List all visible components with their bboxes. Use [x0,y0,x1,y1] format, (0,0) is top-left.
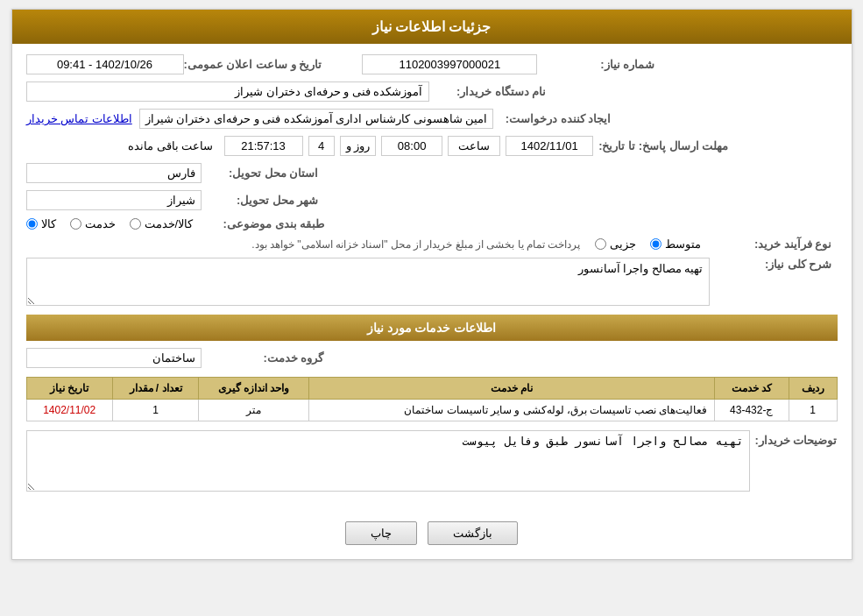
creator-row: ایجاد کننده درخواست: امین شاهسونی کارشنا… [26,109,838,129]
page-title: جزئیات اطلاعات نیاز [12,10,852,44]
deadline-remaining-label: ساعت باقی مانده [26,137,219,155]
purchase-type-row: نوع فرآیند خرید: متوسط جزیی پرداخت تمام … [26,237,838,251]
deadline-row: مهلت ارسال پاسخ: تا تاریخ: 1402/11/01 سا… [26,136,838,156]
deadline-days-label: روز و [340,136,377,156]
buyer-org-row: نام دستگاه خریدار: آموزشکده فنی و حرفه‌ا… [26,81,838,102]
col-date: تاریخ نیاز [26,378,112,400]
content-area: شماره نیاز: 1102003997000021 تاریخ و ساع… [12,44,852,509]
creator-label: ایجاد کننده درخواست: [493,112,616,125]
buyer-notes-row: توضیحات خریدار: [26,430,838,492]
purchase-type-label: نوع فرآیند خرید: [715,237,838,251]
need-number-row: شماره نیاز: 1102003997000021 تاریخ و ساع… [26,54,838,74]
col-row-num: ردیف [789,378,837,400]
col-code: کد خدمت [714,378,789,400]
purchase-type-jozi[interactable]: جزیی [595,237,636,251]
purchase-type-motavasset-label: متوسط [665,237,701,251]
service-section-header: اطلاعات خدمات مورد نیاز [26,315,838,341]
purchase-type-motavasset-radio[interactable] [650,238,661,250]
category-khidmat-label: خدمت [85,217,116,230]
cell-name: فعالیت‌های نصب تاسیسات برق، لوله‌کشی و س… [309,400,715,421]
province-row: استان محل تحویل: فارس [26,163,838,183]
service-group-value: ساختمان [26,348,202,368]
purchase-type-jozi-radio[interactable] [595,238,606,250]
cell-qty: 1 [112,400,198,421]
purchase-type-jozi-label: جزیی [610,237,636,251]
col-unit: واحد اندازه گیری [199,378,309,400]
services-table: ردیف کد خدمت نام خدمت واحد اندازه گیری ت… [26,377,838,421]
buyer-org-value: آموزشکده فنی و حرفه‌ای دختران شیراز [26,81,429,102]
province-label: استان محل تحویل: [202,166,324,180]
services-table-section: ردیف کد خدمت نام خدمت واحد اندازه گیری ت… [26,377,838,421]
buyer-notes-textarea[interactable] [26,430,750,492]
need-number-value: 1102003997000021 [362,54,537,74]
category-row: طبقه بندی موضوعی: کالا/خدمت خدمت کالا [26,217,838,230]
category-khidmat[interactable]: خدمت [70,217,116,230]
table-row: 1 ج-432-43 فعالیت‌های نصب تاسیسات برق، ل… [26,400,837,421]
deadline-time: 08:00 [381,136,442,156]
category-kala[interactable]: کالا [26,217,56,230]
sharh-textarea[interactable] [26,258,710,306]
deadline-date: 1402/11/01 [506,136,593,156]
print-button[interactable]: چاپ [345,521,417,545]
footer-buttons: بازگشت چاپ [12,509,852,559]
province-value: فارس [26,163,202,183]
service-group-row: گروه خدمت: ساختمان [26,348,838,368]
sharh-label: شرح کلی نیاز: [715,258,838,271]
service-group-label: گروه خدمت: [207,351,329,365]
purchase-type-motavasset[interactable]: متوسط [650,237,701,251]
back-button[interactable]: بازگشت [428,521,518,545]
col-qty: تعداد / مقدار [112,378,198,400]
category-khidmat-radio[interactable] [70,218,81,230]
city-label: شهر محل تحویل: [202,194,324,207]
deadline-remaining: 21:57:13 [224,136,303,156]
cell-row-num: 1 [789,400,837,421]
category-kala-khidmat-radio[interactable] [130,218,141,230]
announcement-label: تاریخ و ساعت اعلان عمومی: [184,58,328,71]
buyer-org-label: نام دستگاه خریدار: [429,85,552,98]
city-value: شیراز [26,190,202,210]
col-name: نام خدمت [309,378,715,400]
deadline-label: مهلت ارسال پاسخ: تا تاریخ: [598,139,733,152]
main-container: جزئیات اطلاعات نیاز شماره نیاز: 11020039… [11,9,852,560]
buyer-notes-label: توضیحات خریدار: [755,430,838,447]
category-kala-khidmat[interactable]: کالا/خدمت [130,217,194,230]
need-number-label: شماره نیاز: [537,58,660,71]
sharh-row: شرح کلی نیاز: [26,258,838,306]
deadline-time-label-box: ساعت [448,136,500,156]
cell-unit: متر [199,400,309,421]
category-kala-radio[interactable] [26,218,38,230]
category-kala-khidmat-label: کالا/خدمت [145,217,194,230]
deadline-days: 4 [308,136,335,156]
category-kala-label: کالا [41,217,56,230]
cell-date: 1402/11/02 [26,400,112,421]
creator-contact-link[interactable]: اطلاعات تماس خریدار [26,112,132,125]
city-row: شهر محل تحویل: شیراز [26,190,838,210]
purchase-type-desc: پرداخت تمام یا بخشی از مبلغ خریدار از مح… [26,238,581,251]
announcement-value: 1402/10/26 - 09:41 [26,54,184,74]
category-label: طبقه بندی موضوعی: [207,217,329,230]
creator-value: امین شاهسونی کارشناس اداری آموزشکده فنی … [139,109,494,129]
cell-code: ج-432-43 [714,400,789,421]
